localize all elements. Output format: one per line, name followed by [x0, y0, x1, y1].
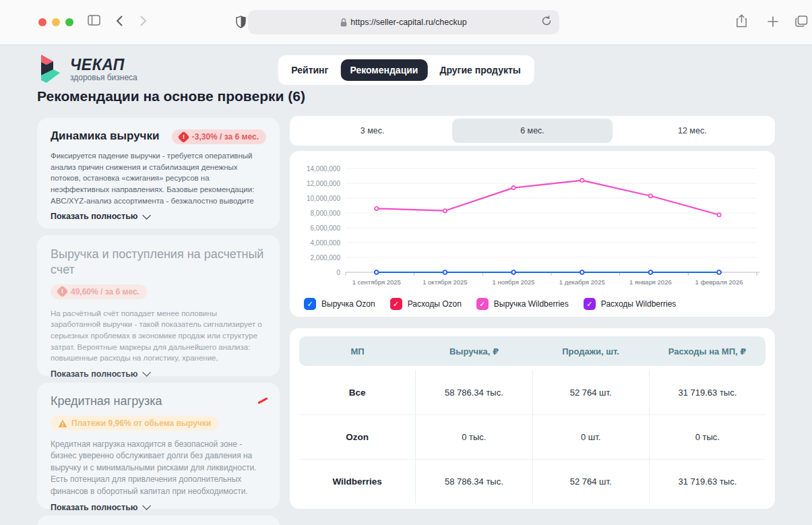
svg-text:4,000,000: 4,000,000 [311, 239, 341, 247]
svg-text:10,000,000: 10,000,000 [307, 195, 340, 202]
card-partial [37, 516, 280, 525]
status-badge: Платежи 9,96% от обьема выручки [51, 416, 218, 431]
col-header-expenses: Расходы на МП, ₽ [649, 346, 766, 357]
legend-checkbox-icon[interactable]: ✓ [304, 298, 316, 310]
cell-mp: Все [299, 370, 415, 414]
period-tab-6m[interactable]: 6 мес. [452, 119, 612, 143]
cell-expenses: 31 719.63 тыс. [649, 460, 766, 503]
show-full-link[interactable]: Показать полностью [51, 212, 266, 221]
legend-item-2[interactable]: ✓Выручка Wildberries [476, 298, 569, 310]
svg-text:2,000,000: 2,000,000 [311, 254, 341, 261]
cell-sales: 52 764 шт. [532, 370, 649, 414]
card-title: Кредитная нагрузка [51, 394, 266, 408]
table-row: Все 58 786.34 тыс. 52 764 шт. 31 719.63 … [299, 370, 766, 414]
main-nav: Рейтинг Рекомендации Другие продукты [278, 55, 534, 85]
svg-text:1 декабря 2025: 1 декабря 2025 [559, 278, 605, 286]
legend-checkbox-icon[interactable]: ✓ [390, 298, 402, 310]
legend-label: Выручка Ozon [321, 299, 375, 309]
tab-overview-icon[interactable] [795, 16, 808, 27]
cell-revenue: 58 786.34 тыс. [415, 460, 532, 503]
cell-mp: Wildberries [299, 460, 415, 503]
brand-name: ЧЕКАП [70, 56, 137, 74]
brand-logo[interactable]: ЧЕКАП здоровья бизнеса [37, 53, 137, 84]
lock-icon [340, 18, 347, 27]
period-tab-3m[interactable]: 3 мес. [292, 119, 452, 143]
card-revenue-receipts: Выручка и поступления на расчетный счет … [37, 235, 280, 376]
svg-text:8,000,000: 8,000,000 [311, 210, 341, 217]
browser-chrome: https://seller-capital.ru/checkup [0, 0, 812, 45]
legend-label: Выручка Wildberries [494, 299, 569, 309]
legend-label: Расходы Ozon [408, 299, 462, 309]
chevron-down-icon [142, 501, 151, 510]
nav-tab-recommendations[interactable]: Рекомендации [340, 59, 427, 81]
chevron-down-icon [142, 368, 151, 377]
alert-icon: ! [56, 285, 68, 297]
back-button-icon[interactable] [116, 16, 123, 26]
cell-sales: 52 764 шт. [532, 460, 649, 503]
recommendation-cards-column: Динамика выручки ! -3,30% / за 6 мес. Фи… [37, 118, 280, 525]
period-tabs: 3 мес. 6 мес. 12 мес. [290, 116, 775, 146]
chevron-down-icon [142, 211, 151, 220]
card-description: На расчётный счёт попадает менее половин… [51, 308, 266, 364]
analytics-column: 3 мес. 6 мес. 12 мес. 02,000,0004,000,00… [290, 116, 775, 509]
brand-logo-icon [37, 53, 64, 84]
card-title: Выручка и поступления на расчетный счет [51, 247, 266, 277]
close-window-button[interactable] [38, 18, 46, 26]
cell-revenue: 58 786.34 тыс. [415, 370, 532, 414]
svg-text:1 сентября 2025: 1 сентября 2025 [352, 278, 401, 286]
card-description: Кредитная нагрузка находится в безопасно… [51, 439, 266, 497]
legend-item-0[interactable]: ✓Выручка Ozon [304, 298, 375, 310]
show-full-link[interactable]: Показать полностью [51, 369, 266, 379]
marketplace-table-card: МП Выручка, ₽ Продажи, шт. Расходы на МП… [290, 328, 775, 509]
brand-tagline: здоровья бизнеса [70, 73, 137, 82]
table-row: Ozon 0 тыс. 0 шт. 0 тыс. [299, 414, 766, 459]
card-revenue-dynamics: Динамика выручки ! -3,30% / за 6 мес. Фи… [37, 118, 280, 228]
svg-text:14,000,000: 14,000,000 [307, 165, 340, 173]
status-badge: ! 49,60% / за 6 мес. [51, 284, 147, 299]
line-chart: 02,000,0004,000,0006,000,0008,000,00010,… [300, 158, 765, 292]
url-text: https://seller-capital.ru/checkup [350, 18, 466, 27]
privacy-shield-icon[interactable] [236, 16, 246, 28]
page-content: ЧЕКАП здоровья бизнеса Рейтинг Рекоменда… [0, 46, 812, 525]
share-icon[interactable] [736, 14, 747, 28]
legend-checkbox-icon[interactable]: ✓ [584, 298, 596, 310]
svg-text:1 октября 2025: 1 октября 2025 [423, 278, 468, 286]
zoom-window-button[interactable] [65, 18, 73, 26]
legend-checkbox-icon[interactable]: ✓ [476, 298, 489, 310]
card-title: Динамика выручки [51, 129, 159, 143]
chart-legend: ✓Выручка Ozon✓Расходы Ozon✓Выручка Wildb… [300, 295, 765, 310]
legend-item-1[interactable]: ✓Расходы Ozon [390, 298, 462, 310]
table-header-row: МП Выручка, ₽ Продажи, шт. Расходы на МП… [299, 336, 766, 366]
col-header-sales: Продажи, шт. [532, 346, 649, 357]
show-full-link[interactable]: Показать полностью [51, 503, 266, 512]
window-controls[interactable] [38, 18, 73, 26]
card-credit-load: Кредитная нагрузка Платежи 9,96% от обье… [37, 383, 280, 509]
address-bar[interactable]: https://seller-capital.ru/checkup [248, 10, 559, 34]
minimize-window-button[interactable] [52, 18, 60, 26]
warning-icon [58, 419, 67, 428]
svg-text:1 января 2026: 1 января 2026 [629, 278, 672, 286]
revenue-chart-card: 02,000,0004,000,0006,000,0008,000,00010,… [290, 151, 775, 317]
period-tab-12m[interactable]: 12 мес. [613, 119, 772, 143]
svg-text:1 ноября 2025: 1 ноября 2025 [493, 278, 535, 286]
cell-revenue: 0 тыс. [415, 415, 532, 459]
sidebar-toggle-icon[interactable] [88, 15, 100, 26]
page-title: Рекомендации на основе проверки (6) [37, 88, 305, 104]
nav-tab-other-products[interactable]: Другие продукты [430, 59, 530, 81]
nav-tab-rating[interactable]: Рейтинг [282, 59, 338, 81]
new-tab-icon[interactable] [768, 16, 778, 27]
svg-text:1 февраля 2026: 1 февраля 2026 [695, 278, 743, 286]
alert-icon: ! [177, 131, 189, 143]
col-header-mp: МП [299, 346, 416, 357]
cell-mp: Ozon [299, 415, 415, 459]
forward-button-icon[interactable] [140, 16, 147, 26]
reload-icon[interactable] [542, 16, 551, 26]
legend-item-3[interactable]: ✓Расходы Wildberries [584, 298, 677, 310]
card-description: Фиксируется падение выручки - требуется … [51, 150, 266, 206]
svg-text:0: 0 [336, 269, 340, 276]
cell-expenses: 31 719.63 тыс. [649, 370, 766, 414]
cell-expenses: 0 тыс. [649, 415, 766, 459]
svg-text:6,000,000: 6,000,000 [311, 224, 341, 232]
legend-label: Расходы Wildberries [601, 299, 677, 309]
svg-text:12,000,000: 12,000,000 [307, 180, 340, 187]
